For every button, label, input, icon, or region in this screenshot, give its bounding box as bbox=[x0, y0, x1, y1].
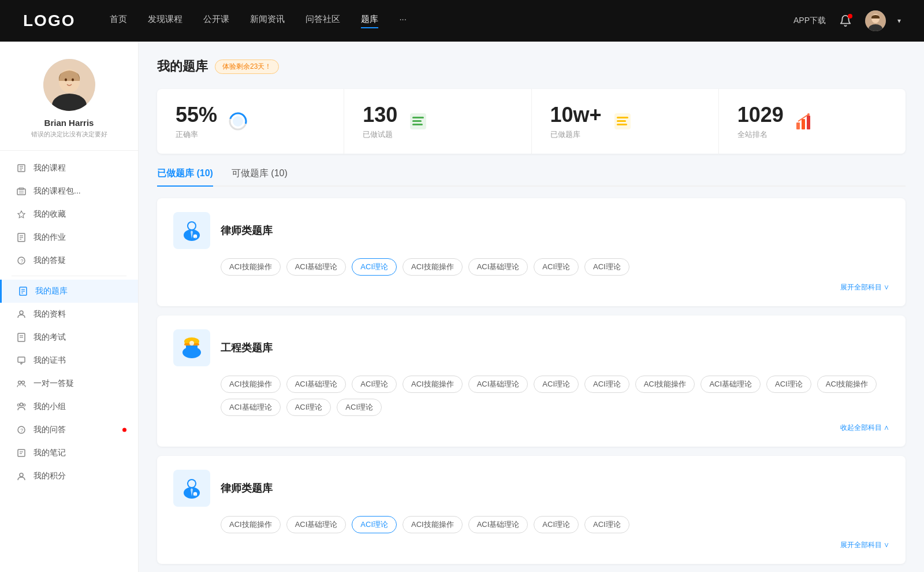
qb2-icon bbox=[173, 329, 210, 366]
tab-0[interactable]: 已做题库 (10) bbox=[157, 168, 213, 185]
svg-point-34 bbox=[22, 381, 25, 384]
tag-qb2-0[interactable]: ACI技能操作 bbox=[221, 376, 281, 393]
sidebar-item-exam[interactable]: 我的考试 bbox=[0, 326, 138, 349]
sidebar-item-courses[interactable]: 我的课程 bbox=[0, 157, 138, 180]
qb-name-qb2: 工程类题库 bbox=[221, 341, 273, 355]
nav-link-公开课[interactable]: 公开课 bbox=[203, 14, 229, 28]
sidebar-item-questions[interactable]: ?我的答疑 bbox=[0, 249, 138, 272]
svg-rect-52 bbox=[617, 117, 628, 118]
sidebar-item-certificate[interactable]: 我的证书 bbox=[0, 349, 138, 372]
stat-accuracy: 55% 正确率 bbox=[157, 89, 344, 154]
stat-banks-label: 已做题库 bbox=[550, 129, 602, 140]
stat-done-banks: 10w+ 已做题库 bbox=[532, 89, 719, 154]
svg-rect-53 bbox=[617, 120, 626, 122]
questions-icon: ? bbox=[16, 255, 27, 266]
tag-qb2-3[interactable]: ACI技能操作 bbox=[403, 376, 463, 393]
nav-link-首页[interactable]: 首页 bbox=[110, 14, 127, 28]
tag-qb1-2[interactable]: ACI理论 bbox=[352, 258, 397, 276]
done-questions-icon bbox=[407, 110, 430, 133]
svg-point-6 bbox=[59, 69, 80, 92]
qb-header-qb3: ✓ 律师类题库 bbox=[173, 470, 889, 507]
sidebar-item-favorites[interactable]: 我的收藏 bbox=[0, 203, 138, 226]
qb-tags-qb3: ACI技能操作ACI基础理论ACI理论ACI技能操作ACI基础理论ACI理论AC… bbox=[173, 516, 889, 533]
stat-done-label: 已做试题 bbox=[363, 129, 397, 140]
sidebar-item-label-course-pack: 我的课程包... bbox=[33, 186, 81, 196]
tag-qb3-5[interactable]: ACI理论 bbox=[534, 516, 579, 533]
qb-header-qb1: ✓ 律师类题库 bbox=[173, 212, 889, 249]
tag-qb3-4[interactable]: ACI基础理论 bbox=[468, 516, 528, 533]
svg-marker-17 bbox=[18, 211, 25, 218]
tag-qb2-13[interactable]: ACI理论 bbox=[337, 399, 382, 416]
svg-text:?: ? bbox=[21, 258, 24, 264]
tag-qb2-12[interactable]: ACI理论 bbox=[286, 399, 331, 416]
tag-qb2-4[interactable]: ACI基础理论 bbox=[468, 376, 528, 393]
tag-qb2-2[interactable]: ACI理论 bbox=[352, 376, 397, 393]
sidebar-item-one-on-one[interactable]: 一对一答疑 bbox=[0, 372, 138, 395]
sidebar-item-homework[interactable]: 我的作业 bbox=[0, 226, 138, 249]
tag-qb2-5[interactable]: ACI理论 bbox=[534, 376, 579, 393]
tag-qb2-7[interactable]: ACI技能操作 bbox=[635, 376, 695, 393]
app-download-button[interactable]: APP下载 bbox=[793, 16, 826, 26]
tag-qb3-0[interactable]: ACI技能操作 bbox=[221, 516, 281, 533]
svg-point-71 bbox=[188, 480, 195, 487]
nav-link-问答社区[interactable]: 问答社区 bbox=[305, 14, 340, 28]
nav-link-···[interactable]: ··· bbox=[399, 14, 407, 28]
sidebar-item-label-courses: 我的课程 bbox=[33, 163, 66, 173]
qb-card-qb1: ✓ 律师类题库ACI技能操作ACI基础理论ACI理论ACI技能操作ACI基础理论… bbox=[157, 198, 906, 306]
tag-qb3-6[interactable]: ACI理论 bbox=[584, 516, 629, 533]
tag-qb2-8[interactable]: ACI基础理论 bbox=[701, 376, 761, 393]
tag-qb2-6[interactable]: ACI理论 bbox=[584, 376, 629, 393]
sidebar-item-label-question-bank: 我的题库 bbox=[35, 286, 68, 296]
stat-done-value: 130 bbox=[363, 103, 397, 127]
tag-qb3-3[interactable]: ACI技能操作 bbox=[403, 516, 463, 533]
tag-qb1-3[interactable]: ACI技能操作 bbox=[403, 258, 463, 276]
tabs-row: 已做题库 (10)可做题库 (10) bbox=[157, 168, 906, 187]
sidebar-item-profile[interactable]: 我的资料 bbox=[0, 303, 138, 326]
nav-link-发现课程[interactable]: 发现课程 bbox=[148, 14, 182, 28]
one-on-one-icon bbox=[16, 378, 27, 389]
svg-point-46 bbox=[233, 116, 243, 127]
qb-card-qb2: 工程类题库ACI技能操作ACI基础理论ACI理论ACI技能操作ACI基础理论AC… bbox=[157, 315, 906, 447]
notification-dot bbox=[848, 14, 852, 18]
tag-qb2-10[interactable]: ACI技能操作 bbox=[817, 376, 877, 393]
sidebar-item-notes[interactable]: 我的笔记 bbox=[0, 441, 138, 465]
tag-qb1-6[interactable]: ACI理论 bbox=[584, 258, 629, 276]
sidebar-item-course-pack[interactable]: 我的课程包... bbox=[0, 180, 138, 203]
tag-qb1-1[interactable]: ACI基础理论 bbox=[286, 258, 346, 276]
svg-rect-56 bbox=[802, 119, 805, 129]
tab-1[interactable]: 可做题库 (10) bbox=[232, 168, 288, 185]
expand-btn-qb2[interactable]: 收起全部科目 ∧ bbox=[840, 424, 889, 432]
qb-card-qb3: ✓ 律师类题库ACI技能操作ACI基础理论ACI理论ACI技能操作ACI基础理论… bbox=[157, 456, 906, 564]
stat-banks-value: 10w+ bbox=[550, 103, 602, 127]
tag-qb3-1[interactable]: ACI基础理论 bbox=[286, 516, 346, 533]
question-bank-icon bbox=[18, 286, 28, 296]
tag-qb2-9[interactable]: ACI理论 bbox=[766, 376, 811, 393]
notification-bell[interactable] bbox=[837, 13, 854, 29]
tag-qb3-2[interactable]: ACI理论 bbox=[352, 516, 397, 533]
sidebar-item-label-homework: 我的作业 bbox=[33, 232, 66, 243]
tag-qb2-11[interactable]: ACI基础理论 bbox=[221, 399, 281, 416]
avatar[interactable] bbox=[865, 10, 886, 31]
sidebar-item-question-bank[interactable]: 我的题库 bbox=[0, 280, 138, 303]
sidebar-item-group[interactable]: 我的小组 bbox=[0, 395, 138, 418]
sidebar-menu: 我的课程我的课程包...我的收藏我的作业?我的答疑我的题库我的资料我的考试我的证… bbox=[0, 151, 138, 493]
certificate-icon bbox=[16, 355, 27, 366]
exam-icon bbox=[16, 332, 27, 343]
nav-link-新闻资讯[interactable]: 新闻资讯 bbox=[250, 14, 285, 28]
tag-qb1-4[interactable]: ACI基础理论 bbox=[468, 258, 528, 276]
sidebar-item-points[interactable]: 我的积分 bbox=[0, 465, 138, 488]
svg-point-33 bbox=[18, 381, 21, 384]
expand-btn-qb1[interactable]: 展开全部科目 ∨ bbox=[840, 283, 889, 291]
user-menu-chevron[interactable]: ▾ bbox=[897, 17, 901, 25]
sidebar-profile: Brian Harris 错误的决定比没有决定要好 bbox=[0, 42, 138, 151]
question-bank-cards: ✓ 律师类题库ACI技能操作ACI基础理论ACI理论ACI技能操作ACI基础理论… bbox=[157, 198, 906, 564]
tag-qb1-0[interactable]: ACI技能操作 bbox=[221, 258, 281, 276]
stat-rank-label: 全站排名 bbox=[737, 129, 784, 140]
sidebar-item-my-questions[interactable]: ?我的问答 bbox=[0, 418, 138, 441]
done-banks-icon bbox=[611, 110, 634, 133]
expand-btn-qb3[interactable]: 展开全部科目 ∨ bbox=[840, 541, 889, 549]
nav-link-题库[interactable]: 题库 bbox=[361, 14, 378, 28]
tag-qb1-5[interactable]: ACI理论 bbox=[534, 258, 579, 276]
tag-qb2-1[interactable]: ACI基础理论 bbox=[286, 376, 346, 393]
points-icon bbox=[16, 471, 27, 481]
